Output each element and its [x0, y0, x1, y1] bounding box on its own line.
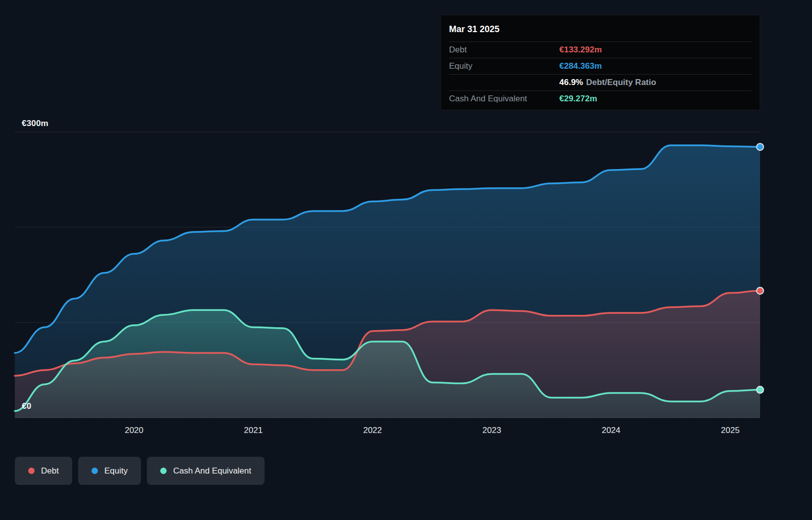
legend-item-equity[interactable]: Equity	[78, 457, 141, 485]
debt-series-dot-icon	[28, 468, 35, 474]
tooltip-date: Mar 31 2025	[449, 22, 752, 42]
tooltip-row-debt: Debt €133.292m	[449, 42, 752, 58]
legend-item-cash[interactable]: Cash And Equivalent	[147, 457, 265, 485]
tooltip-cash-value: €29.272m	[559, 94, 597, 104]
tooltip-ratio-label: Debt/Equity Ratio	[586, 78, 656, 87]
x-tick-2024: 2024	[602, 426, 621, 435]
legend-item-debt[interactable]: Debt	[15, 457, 72, 485]
x-tick-2025: 2025	[721, 426, 740, 435]
chart-page: €300m €0 2020 2021 2022 2023 2024 2025 M…	[0, 0, 812, 520]
legend-label-cash: Cash And Equivalent	[173, 466, 251, 476]
tooltip-row-ratio: 46.9% Debt/Equity Ratio	[449, 74, 752, 90]
tooltip-equity-label: Equity	[449, 61, 559, 71]
equity-end-marker	[757, 143, 764, 150]
tooltip-ratio-value: 46.9%	[559, 78, 583, 87]
tooltip-debt-value: €133.292m	[559, 45, 602, 55]
legend-label-equity: Equity	[104, 466, 128, 476]
cash-end-marker	[757, 387, 764, 393]
tooltip-row-cash: Cash And Equivalent €29.272m	[449, 90, 752, 107]
cash-series-dot-icon	[160, 468, 167, 474]
x-tick-2023: 2023	[483, 426, 501, 435]
y-axis-zero-label: €0	[22, 401, 31, 411]
debt-end-marker	[757, 287, 764, 294]
legend: Debt Equity Cash And Equivalent	[15, 457, 265, 485]
tooltip-row-equity: Equity €284.363m	[449, 58, 752, 74]
tooltip-cash-label: Cash And Equivalent	[449, 94, 559, 104]
tooltip-equity-value: €284.363m	[559, 61, 602, 71]
tooltip-debt-label: Debt	[449, 45, 559, 55]
y-axis-max-label: €300m	[22, 119, 48, 129]
equity-series-dot-icon	[91, 468, 98, 474]
x-tick-2021: 2021	[244, 426, 263, 435]
hover-tooltip: Mar 31 2025 Debt €133.292m Equity €284.3…	[441, 15, 760, 110]
legend-label-debt: Debt	[41, 466, 59, 476]
x-tick-2022: 2022	[363, 426, 382, 435]
x-tick-2020: 2020	[125, 426, 143, 435]
